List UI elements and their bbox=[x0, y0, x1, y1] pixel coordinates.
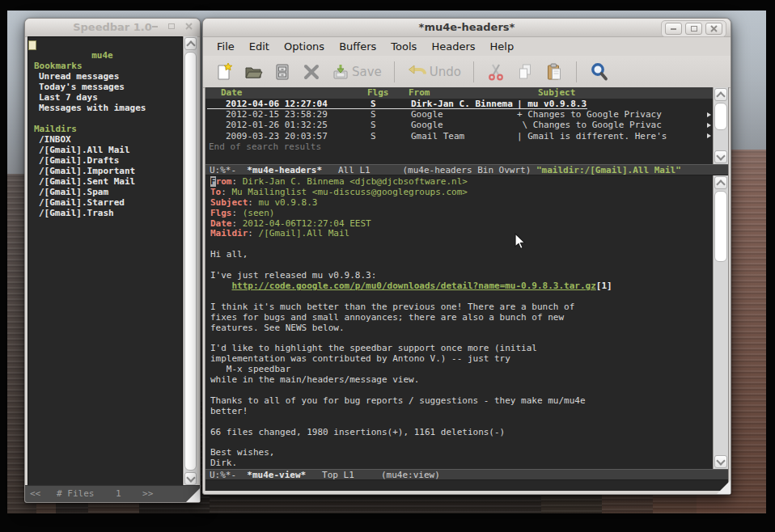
column-flags[interactable]: Flgs bbox=[367, 87, 389, 99]
open-folder-icon bbox=[244, 62, 263, 82]
download-link[interactable]: http://code.google.com/p/mu0/downloads/d… bbox=[232, 281, 596, 291]
speedbar-bookmark-item[interactable]: Today's messages bbox=[28, 82, 182, 92]
mu4e-headers-pane: Date Flgs From Subject 2012-04-06 12:27:… bbox=[205, 87, 728, 164]
speedbar-root-item[interactable]: mu4e bbox=[28, 40, 182, 50]
search-icon bbox=[589, 61, 610, 82]
toolbar-separator bbox=[576, 61, 577, 82]
message-header-field: Subject: mu v0.9.8.3 bbox=[210, 198, 713, 209]
view-modeline: U:%*- *mu4e-view* Top L1 (mu4e:view) bbox=[205, 469, 728, 480]
chevron-up-icon bbox=[716, 179, 725, 188]
scrollbar-thumb[interactable] bbox=[714, 103, 727, 130]
menu-item[interactable]: Edit bbox=[242, 38, 277, 55]
speedbar-bookmark-item[interactable]: Unread messages bbox=[28, 71, 182, 82]
chevron-up-icon bbox=[186, 40, 195, 49]
message-header-field: Maildir: /[Gmail].All Mail bbox=[210, 229, 713, 239]
row-subject: | Gmail is different. Here's bbox=[517, 131, 667, 141]
menu-bar: FileEditOptionsBuffersToolsHeadersHelp bbox=[203, 37, 731, 56]
copy-button[interactable] bbox=[515, 62, 535, 82]
row-from: Google bbox=[411, 109, 443, 120]
maximize-icon bbox=[168, 23, 175, 29]
scroll-up-button[interactable] bbox=[714, 88, 727, 101]
modeline-buffer-name: *mu4e-view* bbox=[247, 470, 306, 480]
chevron-down-icon bbox=[186, 473, 195, 482]
scroll-down-button[interactable] bbox=[714, 150, 727, 163]
close-buffer-button[interactable] bbox=[302, 62, 321, 82]
headers-scrollbar[interactable] bbox=[713, 87, 728, 164]
speedbar-bookmark-item[interactable]: Last 7 days bbox=[28, 92, 182, 103]
close-icon bbox=[710, 25, 718, 32]
minimize-button[interactable] bbox=[150, 22, 159, 31]
speedbar-bookmark-item[interactable]: Messages with images bbox=[28, 103, 182, 113]
menu-item[interactable]: File bbox=[210, 38, 242, 55]
scroll-down-button[interactable] bbox=[184, 472, 197, 485]
save-button[interactable]: Save bbox=[331, 62, 382, 82]
scrollbar-thumb[interactable] bbox=[184, 52, 197, 471]
menu-item[interactable]: Options bbox=[277, 38, 332, 55]
message-row[interactable]: 2012-01-26 01:32:25 S Google \ Changes t… bbox=[205, 120, 713, 130]
minibuffer[interactable] bbox=[205, 480, 728, 491]
scrollbar-track[interactable] bbox=[714, 263, 728, 454]
menu-item[interactable]: Help bbox=[483, 38, 522, 55]
view-scrollbar[interactable] bbox=[713, 175, 728, 469]
speedbar-maildir-item[interactable]: /[Gmail].Sent Mail bbox=[28, 176, 182, 187]
row-date: 2009-03-23 20:03:57 bbox=[226, 131, 328, 141]
field-separator: : bbox=[232, 208, 243, 218]
maximize-icon bbox=[691, 26, 697, 32]
scrollbar-thumb[interactable] bbox=[714, 191, 727, 262]
maildirs-section-header: Maildirs bbox=[28, 124, 182, 134]
close-button[interactable] bbox=[184, 22, 193, 31]
maximize-button[interactable] bbox=[685, 23, 702, 35]
emacs-titlebar[interactable]: *mu4e-headers* bbox=[203, 19, 731, 37]
link-line: http://code.google.com/p/mu0/downloads/d… bbox=[210, 281, 713, 292]
paste-button[interactable] bbox=[544, 62, 564, 82]
undo-button[interactable]: Undo bbox=[407, 62, 461, 82]
scrollbar-track[interactable] bbox=[714, 131, 728, 150]
maximize-button[interactable] bbox=[167, 22, 176, 31]
file-node-icon[interactable] bbox=[28, 40, 36, 50]
speedbar-maildir-item[interactable]: /INBOX bbox=[28, 134, 182, 145]
row-date: 2012-01-26 01:32:25 bbox=[226, 120, 328, 130]
scroll-up-button[interactable] bbox=[184, 37, 197, 50]
toolbar-separator bbox=[473, 61, 474, 82]
new-file-button[interactable] bbox=[214, 62, 234, 82]
column-from[interactable]: From bbox=[409, 87, 430, 99]
blank-line bbox=[28, 113, 182, 124]
message-row[interactable]: 2012-04-06 12:27:04 S Dirk-Jan C. Binnem… bbox=[205, 99, 713, 109]
toolbar: Save Undo bbox=[203, 56, 731, 88]
modeline-flags: U:%*- bbox=[210, 470, 247, 480]
speedbar-scrollbar[interactable] bbox=[183, 36, 197, 486]
speedbar-maildir-item[interactable]: /[Gmail].Trash bbox=[28, 208, 182, 218]
column-date[interactable]: Date bbox=[221, 87, 243, 99]
headers-modeline: U:%*- *mu4e-headers* All L1 (mu4e-header… bbox=[205, 164, 728, 175]
minimize-icon bbox=[152, 26, 158, 27]
menu-item[interactable]: Tools bbox=[383, 38, 424, 55]
search-button[interactable] bbox=[589, 61, 610, 82]
scroll-down-button[interactable] bbox=[714, 455, 727, 468]
dired-button[interactable] bbox=[273, 62, 292, 82]
minimize-button[interactable] bbox=[665, 23, 682, 35]
mouse-cursor bbox=[515, 233, 527, 251]
close-button[interactable] bbox=[705, 23, 722, 35]
field-separator: : bbox=[232, 218, 243, 229]
minimize-icon bbox=[671, 28, 676, 30]
cut-button[interactable] bbox=[486, 62, 506, 82]
speedbar-maildir-item[interactable]: /[Gmail].Important bbox=[28, 166, 182, 176]
paste-clipboard-icon bbox=[544, 62, 564, 82]
speedbar-maildir-item[interactable]: /[Gmail].Spam bbox=[28, 187, 182, 197]
toolbar-separator bbox=[394, 61, 395, 82]
open-file-button[interactable] bbox=[244, 62, 263, 82]
scroll-up-button[interactable] bbox=[714, 176, 727, 189]
message-row[interactable]: 2009-03-23 20:03:57 S Gmail Team | Gmail… bbox=[205, 131, 713, 141]
column-subject[interactable]: Subject bbox=[538, 87, 575, 99]
resize-grip[interactable] bbox=[717, 480, 731, 494]
menu-item[interactable]: Buffers bbox=[332, 38, 383, 55]
speedbar-maildir-item[interactable]: /[Gmail].All Mail bbox=[28, 145, 182, 155]
field-label: Maildir bbox=[210, 229, 248, 239]
speedbar-titlebar[interactable]: Speedbar 1.0 bbox=[25, 19, 200, 37]
speedbar-maildir-item[interactable]: /[Gmail].Drafts bbox=[28, 155, 182, 166]
menu-item[interactable]: Headers bbox=[424, 38, 482, 55]
speedbar-maildir-item[interactable]: /[Gmail].Starred bbox=[28, 197, 182, 208]
message-row[interactable]: 2012-02-15 23:58:29 S Google + Changes t… bbox=[205, 109, 713, 120]
resize-grip[interactable] bbox=[186, 488, 200, 502]
end-of-results-text: End of search results bbox=[205, 141, 713, 152]
